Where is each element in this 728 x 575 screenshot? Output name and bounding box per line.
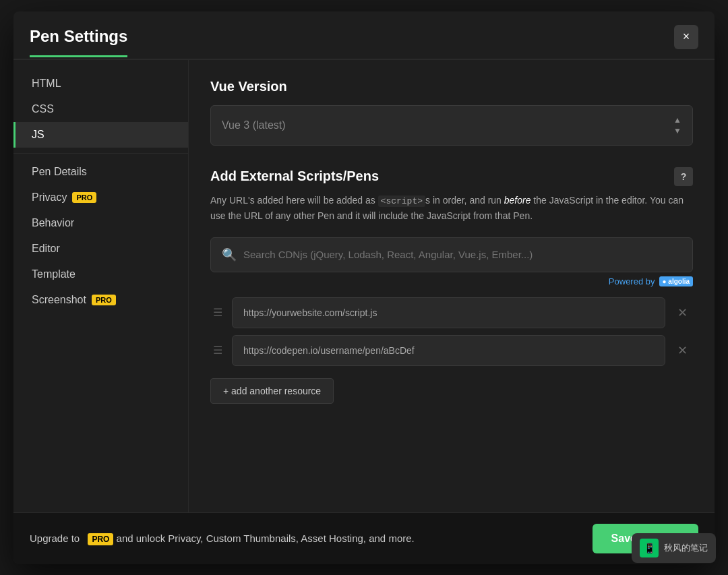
vue-version-select[interactable]: Vue 3 (latest) ▲ ▼ — [210, 105, 693, 146]
vue-version-value: Vue 3 (latest) — [222, 119, 286, 131]
sidebar-divider — [13, 153, 188, 154]
scripts-description: Any URL's added here will be added as <s… — [210, 193, 693, 224]
select-arrows-icon: ▲ ▼ — [673, 115, 681, 135]
modal-body: HTML CSS JS Pen Details Privacy PRO Beha… — [13, 60, 715, 512]
drag-handle-icon[interactable]: ☰ — [210, 303, 225, 322]
sidebar-item-css[interactable]: CSS — [13, 96, 188, 122]
scripts-header: Add External Scripts/Pens ? — [210, 167, 693, 186]
sidebar-item-template[interactable]: Template — [13, 262, 188, 287]
upgrade-text-after: and unlock Privacy, Custom Thumbnails, A… — [117, 533, 415, 544]
footer-pro-badge: PRO — [88, 533, 113, 545]
scripts-title: Add External Scripts/Pens — [210, 169, 379, 184]
resource-row-1: ☰ ✕ — [210, 297, 693, 328]
wechat-overlay: 📱 秋风的笔记 — [632, 533, 716, 563]
search-input[interactable] — [243, 249, 681, 260]
wechat-label: 秋风的笔记 — [664, 542, 708, 554]
modal-footer: Upgrade to PRO and unlock Privacy, Custo… — [13, 512, 715, 564]
upgrade-text: Upgrade to PRO and unlock Privacy, Custo… — [30, 533, 415, 544]
modal-title: Pen Settings — [30, 27, 127, 57]
sidebar-item-behavior[interactable]: Behavior — [13, 210, 188, 236]
sidebar-item-screenshot[interactable]: Screenshot PRO — [13, 287, 188, 313]
search-icon: 🔍 — [222, 247, 237, 262]
upgrade-text-before: Upgrade to — [30, 533, 82, 544]
main-content: Vue Version Vue 3 (latest) ▲ ▼ Add Exter… — [189, 60, 715, 512]
sidebar: HTML CSS JS Pen Details Privacy PRO Beha… — [13, 60, 189, 512]
pen-settings-modal: Pen Settings × HTML CSS JS Pen Details P… — [13, 11, 715, 564]
external-scripts-section: Add External Scripts/Pens ? Any URL's ad… — [210, 167, 693, 404]
remove-resource-1-button[interactable]: ✕ — [672, 303, 693, 323]
sidebar-item-html[interactable]: HTML — [13, 71, 188, 96]
search-box[interactable]: 🔍 — [210, 237, 693, 272]
remove-resource-2-button[interactable]: ✕ — [672, 340, 693, 361]
resource-input-2[interactable] — [232, 335, 665, 366]
add-resource-button[interactable]: + add another resource — [210, 378, 334, 404]
vue-version-title: Vue Version — [210, 79, 693, 94]
drag-handle-2-icon[interactable]: ☰ — [210, 341, 225, 359]
resource-row-2: ☰ ✕ — [210, 335, 693, 366]
sidebar-item-editor[interactable]: Editor — [13, 236, 188, 262]
wechat-icon: 📱 — [640, 539, 659, 557]
modal-header: Pen Settings × — [13, 11, 715, 60]
screenshot-pro-badge: PRO — [92, 295, 116, 305]
help-icon[interactable]: ? — [674, 167, 693, 186]
privacy-pro-badge: PRO — [72, 192, 96, 203]
close-button[interactable]: × — [674, 25, 698, 49]
algolia-powered-text: Powered by — [609, 276, 655, 286]
sidebar-item-privacy[interactable]: Privacy PRO — [13, 185, 188, 210]
algolia-badge: Powered by ● algolia — [210, 276, 693, 286]
resource-input-1[interactable] — [232, 297, 665, 328]
sidebar-item-js[interactable]: JS — [13, 122, 188, 148]
sidebar-item-pen-details[interactable]: Pen Details — [13, 159, 188, 185]
algolia-logo: ● algolia — [659, 276, 694, 286]
